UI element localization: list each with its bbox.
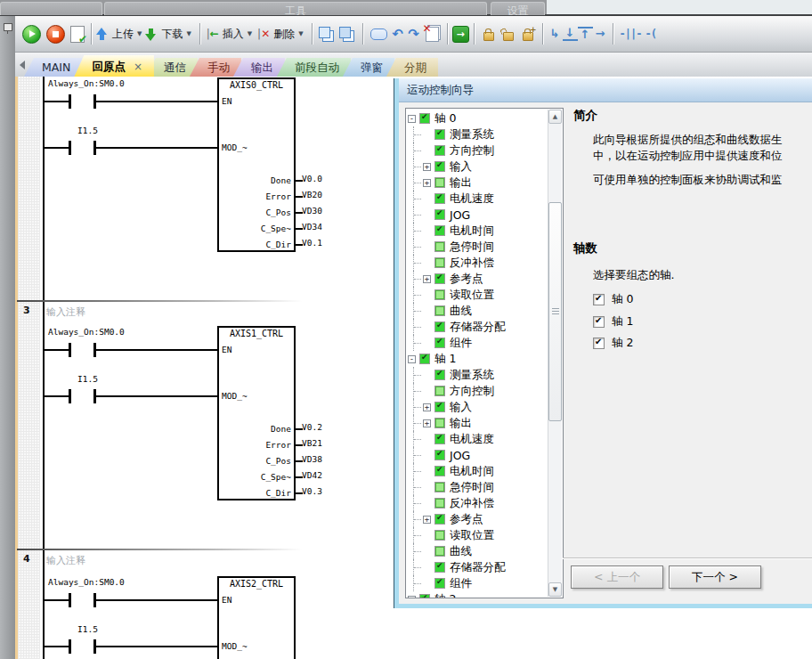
block-output-value[interactable]: VD30: [302, 206, 322, 216]
tree-item-row[interactable]: JOG: [413, 207, 548, 223]
tab-scroll-left-icon[interactable]: [20, 61, 25, 69]
contact-bar[interactable]: [69, 593, 71, 607]
tree-item-row[interactable]: 电机时间: [413, 463, 548, 479]
tree-axis-row[interactable]: -轴 2: [408, 591, 548, 598]
download-button[interactable]: 下载: [161, 27, 183, 42]
network-comment[interactable]: 输入注释: [46, 305, 85, 319]
tree-checkbox[interactable]: [434, 241, 445, 252]
tree-expander-plus-icon[interactable]: +: [423, 179, 431, 187]
coil-icon[interactable]: -(: [645, 28, 655, 40]
contact2-label[interactable]: I1.5: [77, 126, 98, 135]
tab-回原点[interactable]: 回原点×: [74, 55, 154, 77]
delete-button[interactable]: 删除: [273, 27, 295, 42]
tree-item-row[interactable]: 曲线: [413, 303, 548, 319]
insert-icon[interactable]: |←: [205, 28, 221, 40]
tree-expander-minus-icon[interactable]: -: [408, 115, 416, 123]
tree-item-row[interactable]: 曲线: [413, 543, 548, 559]
unlock-icon[interactable]: [503, 32, 514, 41]
ladder-network[interactable]: Always_On:SM0.0I1.5AXIS0_CTRLENMOD_~Done…: [15, 77, 407, 300]
contact-bar[interactable]: [69, 389, 71, 403]
block-output-value[interactable]: V0.0: [302, 174, 322, 183]
insert-dropdown-icon[interactable]: ▼: [248, 30, 252, 37]
undo-icon[interactable]: ↶: [390, 28, 406, 41]
contact1-label[interactable]: Always_On:SM0.0: [48, 577, 125, 587]
contact1-label[interactable]: Always_On:SM0.0: [48, 327, 125, 337]
contact-bar[interactable]: [93, 389, 96, 403]
axis-checkbox[interactable]: [593, 338, 605, 349]
upload-dropdown-icon[interactable]: ▼: [137, 30, 142, 37]
tree-checkbox[interactable]: [434, 466, 445, 476]
tree-item-row[interactable]: +参考点: [413, 511, 548, 527]
cascade-view-icon[interactable]: [319, 27, 330, 38]
tree-checkbox[interactable]: [434, 482, 445, 492]
tree-item-row[interactable]: 方向控制: [413, 383, 548, 399]
tree-item-row[interactable]: +输出: [413, 175, 548, 191]
tree-item-row[interactable]: +输入: [413, 399, 548, 415]
previous-button[interactable]: < 上一个: [571, 565, 663, 589]
tree-checkbox[interactable]: [434, 289, 445, 300]
tree-item-row[interactable]: 反冲补偿: [413, 495, 548, 511]
block-output-value[interactable]: V0.2: [302, 422, 322, 432]
tree-checkbox[interactable]: [434, 177, 445, 188]
tree-checkbox[interactable]: [419, 594, 430, 598]
tree-axis-row[interactable]: -轴 0: [408, 110, 548, 126]
tree-item-row[interactable]: 电机时间: [413, 223, 548, 239]
tab-前段自动[interactable]: 前段自动: [277, 58, 351, 77]
block-output-value[interactable]: VD38: [302, 454, 322, 464]
contact2-label[interactable]: I1.5: [77, 374, 98, 384]
ribbon-tab-partial[interactable]: [0, 2, 102, 15]
ladder-network[interactable]: 4输入注释Always_On:SM0.0I1.5AXIS2_CTRLENMOD_…: [15, 549, 407, 659]
tree-checkbox[interactable]: [434, 257, 445, 268]
download-dropdown-icon[interactable]: ▼: [186, 30, 191, 37]
line-up-icon[interactable]: ↑: [578, 27, 593, 41]
delete-icon[interactable]: |✕: [256, 28, 272, 40]
tree-checkbox[interactable]: [434, 498, 445, 508]
contact-bar[interactable]: [93, 639, 96, 654]
tree-item-row[interactable]: JOG: [413, 447, 548, 463]
ribbon-tab-settings[interactable]: 设置: [491, 2, 545, 15]
instruction-block[interactable]: AXIS0_CTRLENMOD_~DoneErrorC_PosC_Spe~C_D…: [217, 77, 296, 252]
redo-icon[interactable]: ↷: [406, 28, 422, 41]
tree-checkbox[interactable]: [434, 450, 445, 460]
instruction-block[interactable]: AXIS1_CTRLENMOD_~DoneErrorC_PosC_Spe~C_D…: [217, 326, 296, 500]
tree-checkbox[interactable]: [434, 546, 445, 557]
tree-item-row[interactable]: 存储器分配: [413, 319, 548, 335]
tree-item-row[interactable]: 测量系统: [413, 367, 548, 383]
block-output-value[interactable]: VB20: [302, 190, 322, 199]
delete-dropdown-icon[interactable]: ▼: [298, 30, 303, 37]
tree-expander-plus-icon[interactable]: +: [423, 163, 431, 171]
tree-checkbox[interactable]: [434, 209, 445, 220]
tree-item-row[interactable]: +输出: [413, 415, 548, 431]
download-arrow-icon[interactable]: [145, 28, 157, 41]
tree-item-row[interactable]: +参考点: [413, 271, 548, 287]
tree-checkbox[interactable]: [434, 402, 445, 412]
tree-checkbox[interactable]: [434, 305, 445, 316]
tree-checkbox[interactable]: [434, 193, 445, 204]
contact-bar[interactable]: [69, 141, 71, 155]
tree-checkbox[interactable]: [434, 562, 445, 573]
contact-bar[interactable]: [93, 94, 96, 109]
tree-item-row[interactable]: 电机速度: [413, 431, 548, 447]
tree-item-row[interactable]: 存储器分配: [413, 559, 548, 575]
tree-checkbox[interactable]: [434, 578, 445, 589]
network-comment[interactable]: 输入注释: [46, 554, 85, 567]
tree-expander-plus-icon[interactable]: +: [423, 419, 431, 427]
goto-icon[interactable]: →: [452, 26, 469, 43]
tree-checkbox[interactable]: [434, 386, 445, 396]
upload-arrow-icon[interactable]: [96, 28, 108, 41]
tree-checkbox[interactable]: [434, 418, 445, 428]
contact-bar[interactable]: [93, 343, 96, 357]
tree-checkbox[interactable]: [434, 338, 445, 348]
ladder-network[interactable]: 3输入注释Always_On:SM0.0I1.5AXIS1_CTRLENMOD_…: [15, 300, 407, 549]
contact2-label[interactable]: I1.5: [77, 624, 98, 634]
block-output-value[interactable]: V0.1: [302, 238, 322, 248]
tree-item-row[interactable]: 组件: [413, 575, 548, 591]
tree-checkbox[interactable]: [434, 514, 445, 525]
tree-checkbox[interactable]: [419, 354, 430, 364]
dialog-title[interactable]: 运动控制向导: [399, 78, 812, 102]
tree-item-row[interactable]: +输入: [413, 159, 548, 175]
block-output-value[interactable]: V0.3: [302, 486, 322, 496]
tab-MAIN[interactable]: MAIN: [24, 58, 82, 77]
branch-down-icon[interactable]: ↳: [548, 28, 563, 40]
contact-icon[interactable]: -||-: [620, 28, 642, 40]
